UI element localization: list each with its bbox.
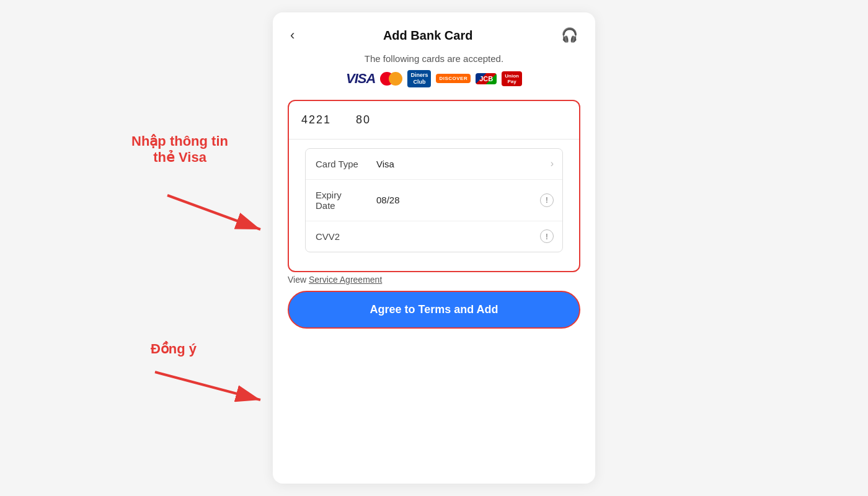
svg-line-1	[167, 195, 260, 229]
card-type-row[interactable]: Card Type Visa ›	[306, 149, 562, 180]
accepted-section: The following cards are accepted. VISA D…	[273, 53, 595, 87]
accepted-subtitle: The following cards are accepted.	[273, 53, 595, 64]
cvv2-label: CVV2	[316, 231, 371, 242]
support-icon[interactable]: 🎧	[561, 27, 578, 43]
card-number-row[interactable]: 4221 80	[289, 101, 579, 140]
expiry-date-row[interactable]: ExpiryDate 08/28 !	[306, 180, 562, 221]
discover-logo: DISCOVER	[436, 74, 471, 83]
unionpay-logo: UnionPay	[502, 71, 522, 86]
chevron-right-icon: ›	[551, 158, 554, 169]
annotation-visa-info: Nhập thông tin thẻ Visa	[112, 133, 248, 166]
back-button[interactable]: ‹	[290, 29, 294, 42]
cvv2-row[interactable]: CVV2 !	[306, 221, 562, 252]
expiry-date-value: 08/28	[376, 195, 552, 205]
svg-line-3	[155, 372, 260, 400]
card-number-part1: 4221	[301, 113, 331, 126]
arrow-1-icon	[161, 189, 273, 239]
card-form: 4221 80 Card Type Visa › Exp	[288, 100, 580, 272]
page-title: Add Bank Card	[383, 29, 472, 43]
card-type-value: Visa	[376, 159, 552, 169]
jcb-logo: JCB	[476, 73, 497, 84]
fields-group: Card Type Visa › ExpiryDate 08/28 !	[305, 148, 563, 252]
arrow-2-icon	[149, 366, 273, 409]
service-link[interactable]: Service Agreement	[309, 275, 382, 285]
annotation-agree: Đồng ý	[124, 341, 223, 357]
mastercard-logo	[380, 71, 402, 86]
service-prefix: View	[288, 275, 306, 285]
service-agreement: View Service Agreement	[273, 272, 595, 291]
expiry-date-label: ExpiryDate	[316, 190, 371, 211]
expiry-info-icon[interactable]: !	[540, 193, 554, 207]
card-number-part2: 80	[356, 113, 371, 126]
diners-logo: DinersClub	[407, 70, 431, 87]
add-bank-card-screen: ‹ Add Bank Card 🎧 The following cards ar…	[273, 12, 595, 484]
agree-button[interactable]: Agree to Terms and Add	[288, 291, 580, 329]
card-type-label: Card Type	[316, 159, 371, 169]
cvv2-info-icon[interactable]: !	[540, 229, 554, 243]
visa-logo: VISA	[346, 71, 375, 87]
header: ‹ Add Bank Card 🎧	[273, 12, 595, 53]
card-logos: VISA DinersClub DISCOVER JCB UnionPay	[273, 70, 595, 87]
